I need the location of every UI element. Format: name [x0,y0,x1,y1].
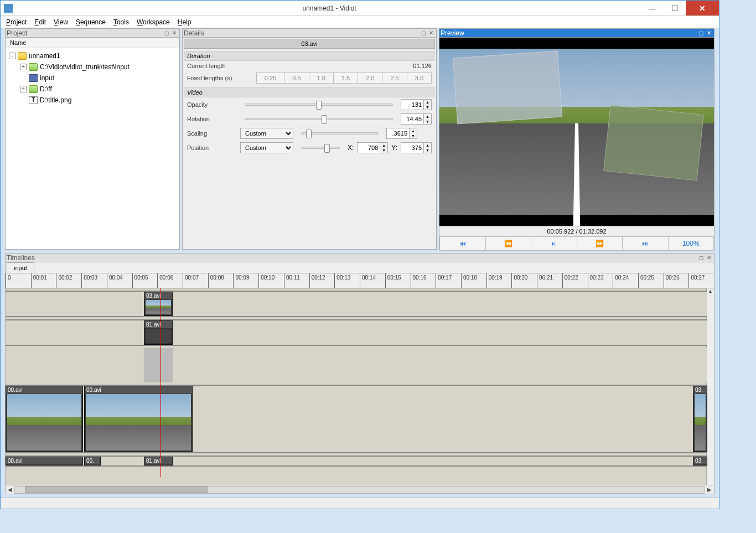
clip-audio-03[interactable]: 03. [693,457,707,465]
tree-expander-icon[interactable]: + [20,64,27,70]
preview-last-button[interactable]: ⏭ [623,236,669,251]
tree-row[interactable]: +C:\Vidiot\vidiot_trunk\test\input [6,61,179,73]
project-header[interactable]: Project ◻ ✕ [6,29,179,38]
ruler-tick: 00:11 [284,273,309,288]
details-dock-icon[interactable]: ◻ [420,30,427,36]
playhead[interactable] [160,288,161,477]
preview-header[interactable]: Preview ◻ ✕ [439,29,714,38]
preview-zoom[interactable]: 100% [669,236,714,251]
project-close-icon[interactable]: ✕ [170,30,178,36]
menu-project[interactable]: Project [6,18,27,26]
tree-expander-icon[interactable]: - [9,53,15,59]
position-mode-select[interactable]: Custom [240,142,293,153]
preview-first-button[interactable]: ⏮ [439,236,486,251]
clip-03avi-tail[interactable]: 03. [693,386,707,452]
fixed-length-button[interactable]: 0.5 [284,73,309,83]
tree-label: D:\ff [40,85,52,93]
preview-panel: Preview ◻ ✕ 00:05.922 / 01:32.092 ⏮ ⏪ ⏯ … [439,28,714,250]
close-button[interactable]: ✕ [686,1,719,15]
fixed-length-button[interactable]: 2.0 [358,73,382,83]
fixed-length-button[interactable]: 3.0 [407,73,431,83]
position-x-slider[interactable] [301,147,340,149]
ruler-tick: 00:17 [436,273,461,288]
project-dock-icon[interactable]: ◻ [163,30,170,36]
menu-edit[interactable]: Edit [34,18,46,26]
details-panel: Details ◻ ✕ 03.avi Duration Current leng… [182,28,437,250]
tree-row[interactable]: TD:\title.png [6,95,179,106]
preview-play-button[interactable]: ⏯ [531,236,577,251]
fixed-length-button[interactable]: 0.25 [257,73,284,83]
y-field[interactable]: ▲▼ [401,142,432,153]
rotation-field[interactable]: ▲▼ [401,113,432,125]
ruler-tick: 00:23 [588,273,613,288]
fixed-length-button[interactable]: 2.5 [382,73,407,83]
folder-icon [18,52,27,60]
ruler-tick: 00:22 [562,273,588,288]
menu-sequence[interactable]: Sequence [76,18,106,26]
ruler-tick: 00:03 [81,273,107,288]
details-header[interactable]: Details ◻ ✕ [183,29,436,38]
tree-row[interactable]: -unnamed1 [6,50,179,61]
menu-workspace[interactable]: Workspace [137,18,170,26]
timeline-hscroll[interactable]: ◀ ▶ [6,485,714,494]
preview-viewport[interactable] [439,38,714,226]
details-file: 03.avi [184,39,435,49]
scroll-thumb[interactable] [25,487,208,493]
position-label: Position [187,144,237,151]
scaling-slider[interactable] [301,132,379,134]
x-field[interactable]: ▲▼ [357,142,388,153]
scaling-mode-select[interactable]: Custom [240,128,293,139]
current-length-label: Current length [187,63,237,69]
project-tree[interactable]: -unnamed1+C:\Vidiot\vidiot_trunk\test\in… [6,48,179,108]
opacity-field[interactable]: ▲▼ [401,99,432,110]
tree-label: C:\Vidiot\vidiot_trunk\test\input [40,63,130,71]
timeline-ruler[interactable]: 000:0100:0200:0300:0400:0500:0600:0700:0… [6,273,714,288]
details-close-icon[interactable]: ✕ [427,30,435,36]
tree-row[interactable]: +D:\ff [6,84,179,95]
clip-00avi-b[interactable]: 00.avi [84,386,193,452]
fixed-length-button[interactable]: 1.0 [309,73,334,83]
menu-help[interactable]: Help [178,18,191,26]
project-title: Project [7,29,27,37]
clip-audio-01[interactable]: 01.avi [144,457,173,465]
ruler-tick: 00:02 [56,273,81,288]
project-column-name[interactable]: Name [6,38,179,48]
track-4[interactable]: 00.avi 00. 01.avi 03. [6,456,707,467]
rotation-label: Rotation [187,116,237,122]
timelines-dock-icon[interactable]: ◻ [697,255,705,261]
tree-expander-icon[interactable]: + [20,86,27,92]
scroll-right-icon[interactable]: ▶ [705,487,714,493]
preview-next-button[interactable]: ⏩ [577,236,623,251]
rotation-slider[interactable] [245,118,393,120]
clip-03avi[interactable]: 03.avi [144,292,173,316]
timeline-tracks[interactable]: ▲ 03.avi 01.avi [6,288,714,485]
maximize-button[interactable]: ☐ [664,1,686,15]
fixed-lengths-label: Fixed lengths (s) [187,75,237,81]
statusbar [1,498,719,509]
clip-audio-00a[interactable]: 00.avi [6,457,83,465]
preview-prev-button[interactable]: ⏪ [486,236,532,251]
scaling-label: Scaling [187,130,237,137]
clip-01avi[interactable]: 01.avi [144,320,173,345]
track-1[interactable]: 03.avi [6,291,707,317]
fixed-length-button[interactable]: 1.5 [334,73,358,83]
scroll-left-icon[interactable]: ◀ [6,487,14,493]
preview-dock-icon[interactable]: ◻ [697,30,705,36]
ruler-tick: 00:13 [334,273,360,288]
clip-audio-00b[interactable]: 00. [84,457,101,465]
timelines-header[interactable]: Timelines ◻ ✕ [6,253,714,262]
clip-00avi-a[interactable]: 00.avi [6,386,83,452]
scaling-field[interactable]: ▲▼ [386,128,417,139]
project-panel: Project ◻ ✕ Name -unnamed1+C:\Vidiot\vid… [5,28,180,250]
preview-close-icon[interactable]: ✕ [705,30,713,36]
opacity-slider[interactable] [245,104,393,106]
menu-tools[interactable]: Tools [113,18,129,26]
tree-row[interactable]: input [6,73,179,84]
sequence-icon [29,74,38,82]
timeline-tab-input[interactable]: input [7,262,34,273]
timelines-close-icon[interactable]: ✕ [705,255,713,261]
minimize-button[interactable]: — [641,1,664,15]
track-3[interactable]: 00.avi 00.avi 03. [6,385,707,453]
track-2[interactable]: 01.avi [6,319,707,346]
menu-view[interactable]: View [54,18,68,26]
